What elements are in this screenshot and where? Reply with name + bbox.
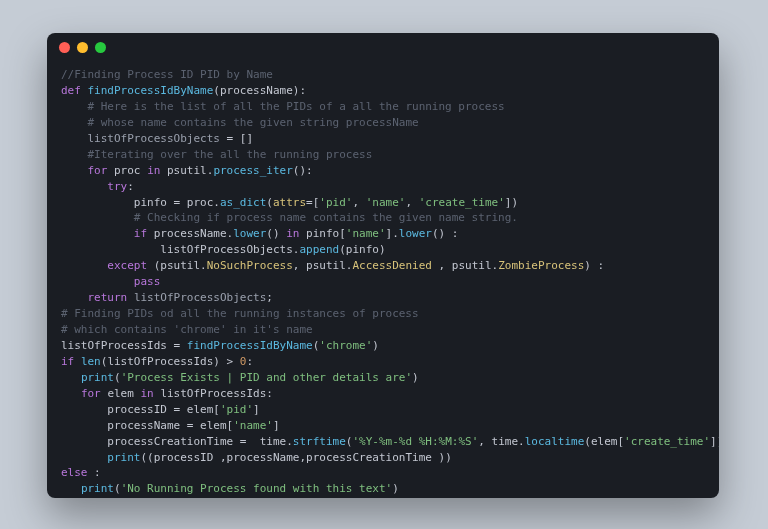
- keyword-def: def: [61, 84, 81, 97]
- comment: # which contains 'chrome' in it's name: [61, 323, 313, 336]
- close-icon[interactable]: [59, 42, 70, 53]
- var: elem: [187, 403, 214, 416]
- keyword-pass: pass: [134, 275, 161, 288]
- string: 'pid': [220, 403, 253, 416]
- var: processName: [107, 419, 180, 432]
- call: lower: [399, 227, 432, 240]
- var: processName: [227, 451, 300, 464]
- code-block: //Finding Process ID PID by Name def fin…: [47, 61, 719, 498]
- var: processID: [154, 451, 214, 464]
- keyword-in: in: [286, 227, 299, 240]
- minimize-icon[interactable]: [77, 42, 88, 53]
- var: listOfProcessObjects: [134, 291, 266, 304]
- string: 'create_time': [624, 435, 710, 448]
- string: 'name': [366, 196, 406, 209]
- comment: # whose name contains the given string p…: [88, 116, 419, 129]
- var: listOfProcessIds: [107, 355, 213, 368]
- comment: # Here is the list of all the PIDs of a …: [88, 100, 505, 113]
- keyword-for: for: [88, 164, 108, 177]
- var: listOfProcessObjects: [160, 243, 292, 256]
- param: processName: [220, 84, 293, 97]
- keyword-except: except: [107, 259, 147, 272]
- var: listOfProcessIds: [160, 387, 266, 400]
- mod: psutil: [160, 259, 200, 272]
- string: 'Process Exists | PID and other details …: [121, 371, 412, 384]
- string: 'chrome': [319, 339, 372, 352]
- call: append: [299, 243, 339, 256]
- code-window: //Finding Process ID PID by Name def fin…: [47, 33, 719, 498]
- keyword-else: else: [61, 466, 88, 479]
- number: 0: [240, 355, 247, 368]
- call: strftime: [293, 435, 346, 448]
- var: proc: [114, 164, 141, 177]
- string: 'name': [346, 227, 386, 240]
- call: len: [81, 355, 101, 368]
- comment: # Checking if process name contains the …: [134, 211, 518, 224]
- var: processCreationTime: [306, 451, 432, 464]
- comment: //Finding Process ID PID by Name: [61, 68, 273, 81]
- string: 'pid': [319, 196, 352, 209]
- mod: psutil: [167, 164, 207, 177]
- zoom-icon[interactable]: [95, 42, 106, 53]
- comment: # Finding PIDs od all the running instan…: [61, 307, 419, 320]
- var: elem: [200, 419, 227, 432]
- keyword-for: for: [81, 387, 101, 400]
- string: 'No Running Process found with this text…: [121, 482, 393, 495]
- keyword-in: in: [147, 164, 160, 177]
- mod: time: [492, 435, 519, 448]
- var: pinfo: [134, 196, 167, 209]
- keyword-if: if: [61, 355, 74, 368]
- exc: NoSuchProcess: [207, 259, 293, 272]
- var: listOfProcessIds: [61, 339, 167, 352]
- kwarg: attrs: [273, 196, 306, 209]
- call: print: [81, 482, 114, 495]
- var: elem: [107, 387, 134, 400]
- keyword-in: in: [141, 387, 154, 400]
- comment: #Iterating over the all the running proc…: [88, 148, 373, 161]
- mod: time: [260, 435, 287, 448]
- titlebar: [47, 33, 719, 61]
- exc: ZombieProcess: [498, 259, 584, 272]
- var: processName: [154, 227, 227, 240]
- call: print: [107, 451, 140, 464]
- var: processCreationTime: [107, 435, 233, 448]
- string: '%Y-%m-%d %H:%M:%S': [352, 435, 478, 448]
- call: process_iter: [213, 164, 292, 177]
- func-name: findProcessIdByName: [88, 84, 214, 97]
- exc: AccessDenied: [352, 259, 431, 272]
- var: proc: [187, 196, 214, 209]
- call: findProcessIdByName: [187, 339, 313, 352]
- op: = []: [220, 132, 253, 145]
- string: 'create_time': [419, 196, 505, 209]
- keyword-if: if: [134, 227, 147, 240]
- string: 'name': [233, 419, 273, 432]
- var: processID: [107, 403, 167, 416]
- call: localtime: [525, 435, 585, 448]
- keyword-try: try: [107, 180, 127, 193]
- mod: psutil: [452, 259, 492, 272]
- keyword-return: return: [88, 291, 128, 304]
- mod: psutil: [306, 259, 346, 272]
- var: pinfo: [346, 243, 379, 256]
- call: print: [81, 371, 114, 384]
- var: pinfo: [306, 227, 339, 240]
- var: listOfProcessObjects: [88, 132, 220, 145]
- var: elem: [591, 435, 618, 448]
- call: lower: [233, 227, 266, 240]
- call: as_dict: [220, 196, 266, 209]
